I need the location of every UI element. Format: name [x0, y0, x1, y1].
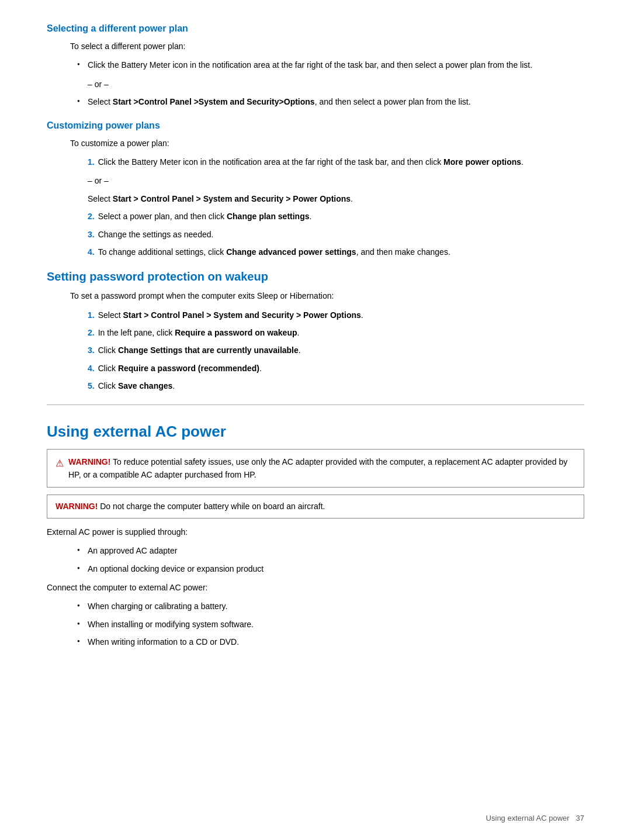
- list-item: An approved AC adapter: [88, 544, 584, 557]
- step-number: 5.: [88, 381, 95, 390]
- step-number: 4.: [88, 364, 95, 373]
- warning-triangle-icon: ⚠: [56, 456, 64, 471]
- step-number: 3.: [88, 230, 95, 239]
- list-item: 2.In the left pane, click Require a pass…: [88, 326, 584, 339]
- step-number: 3.: [88, 345, 95, 355]
- list-item: 5.Click Save changes.: [88, 379, 584, 392]
- list-item: Select Start >Control Panel >System and …: [88, 95, 584, 108]
- list-item: An optional docking device or expansion …: [88, 562, 584, 575]
- ac-power-bullet-list: An approved AC adapter An optional docki…: [88, 544, 584, 575]
- customizing-numbered-list-2: 2.Select a power plan, and then click Ch…: [88, 210, 584, 258]
- selecting-bullet-list-2: Select Start >Control Panel >System and …: [88, 95, 584, 108]
- list-item: When charging or calibrating a battery.: [88, 600, 584, 613]
- password-protection-heading: Setting password protection on wakeup: [47, 270, 584, 284]
- connect-intro: Connect the computer to external AC powe…: [47, 581, 584, 594]
- or-separator-1: – or –: [88, 78, 584, 91]
- list-item: 3.Click Change Settings that are current…: [88, 344, 584, 357]
- footer-text: Using external AC power: [486, 814, 570, 822]
- select-start-line: Select Start > Control Panel > System an…: [88, 192, 584, 205]
- password-numbered-list: 1.Select Start > Control Panel > System …: [88, 309, 584, 393]
- selecting-bullet-list: Click the Battery Meter icon in the noti…: [88, 58, 584, 71]
- footer: Using external AC power 37: [486, 814, 584, 822]
- list-item: When installing or modifying system soft…: [88, 618, 584, 631]
- list-item: 4.Click Require a password (recommended)…: [88, 362, 584, 375]
- list-item: 2.Select a power plan, and then click Ch…: [88, 210, 584, 223]
- warning-box-1: ⚠ WARNING! To reduce potential safety is…: [47, 449, 584, 488]
- list-item: 1.Click the Battery Meter icon in the no…: [88, 155, 584, 168]
- or-separator-2: – or –: [88, 174, 584, 187]
- warning-text-1: WARNING! To reduce potential safety issu…: [68, 455, 575, 482]
- selecting-power-plan-heading: Selecting a different power plan: [47, 23, 584, 34]
- warning-label: WARNING!: [68, 457, 110, 466]
- ac-power-intro: External AC power is supplied through:: [47, 526, 584, 538]
- warning-text-2: Do not charge the computer battery while…: [100, 502, 325, 511]
- password-protection-section: Setting password protection on wakeup To…: [47, 270, 584, 392]
- step-number: 1.: [88, 157, 95, 167]
- chapter-heading-section: Using external AC power: [47, 405, 584, 441]
- chapter-heading: Using external AC power: [47, 423, 584, 441]
- divider: [47, 405, 584, 405]
- page-number: 37: [576, 814, 584, 822]
- step-number: 1.: [88, 310, 95, 320]
- warning-box-2: WARNING! Do not charge the computer batt…: [47, 495, 584, 518]
- password-intro: To set a password prompt when the comput…: [70, 289, 584, 302]
- customizing-power-plans-heading: Customizing power plans: [47, 120, 584, 131]
- customizing-intro: To customize a power plan:: [70, 137, 584, 150]
- customizing-numbered-list: 1.Click the Battery Meter icon in the no…: [88, 155, 584, 168]
- list-item: 4.To change additional settings, click C…: [88, 246, 584, 258]
- warning-label-2: WARNING!: [56, 502, 98, 511]
- step-number: 4.: [88, 247, 95, 257]
- list-item: 3.Change the settings as needed.: [88, 228, 584, 241]
- selecting-power-plan-section: Selecting a different power plan To sele…: [47, 23, 584, 109]
- step-number: 2.: [88, 212, 95, 221]
- connect-bullet-list: When charging or calibrating a battery. …: [88, 600, 584, 648]
- list-item: Click the Battery Meter icon in the noti…: [88, 58, 584, 71]
- list-item: 1.Select Start > Control Panel > System …: [88, 309, 584, 322]
- step-number: 2.: [88, 328, 95, 337]
- customizing-power-plans-section: Customizing power plans To customize a p…: [47, 120, 584, 259]
- list-item: When writing information to a CD or DVD.: [88, 635, 584, 648]
- selecting-intro: To select a different power plan:: [70, 40, 584, 53]
